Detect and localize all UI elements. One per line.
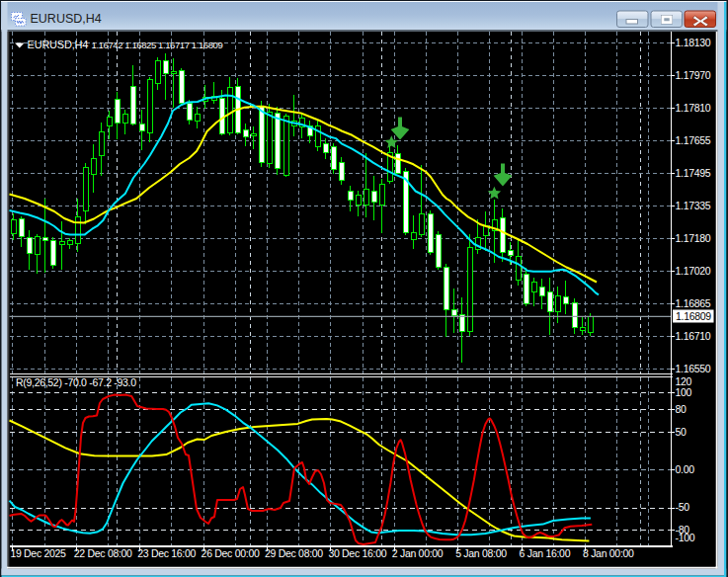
svg-text:100: 100 <box>676 386 692 398</box>
svg-text:19 Dec 2025: 19 Dec 2025 <box>10 547 66 559</box>
svg-text:80: 80 <box>676 403 688 415</box>
svg-text:1.17655: 1.17655 <box>676 134 711 146</box>
svg-text:EURUSD,H4: EURUSD,H4 <box>28 39 89 50</box>
svg-text:1.16742 1.16825 1.16717 1.1680: 1.16742 1.16825 1.16717 1.16809 <box>92 40 223 50</box>
svg-text:0.00: 0.00 <box>676 463 695 475</box>
svg-text:1.16710: 1.16710 <box>676 330 711 342</box>
svg-text:2 Jan 00:00: 2 Jan 00:00 <box>392 547 444 559</box>
svg-text:22 Dec 08:00: 22 Dec 08:00 <box>74 547 132 559</box>
svg-text:5 Jan 08:00: 5 Jan 08:00 <box>455 547 507 559</box>
svg-text:EURUSD,H4: EURUSD,H4 <box>31 12 102 26</box>
svg-text:1.17020: 1.17020 <box>676 265 711 277</box>
svg-text:-50: -50 <box>676 501 690 513</box>
svg-text:1.16865: 1.16865 <box>676 297 711 309</box>
svg-text:8 Jan 00:00: 8 Jan 00:00 <box>583 547 634 559</box>
svg-text:1.17970: 1.17970 <box>676 69 711 81</box>
svg-text:30 Dec 16:00: 30 Dec 16:00 <box>328 547 386 559</box>
svg-text:1.16550: 1.16550 <box>676 363 711 374</box>
svg-text:R(9,26,52) -70.0 -67.2 -93.0: R(9,26,52) -70.0 -67.2 -93.0 <box>16 376 136 388</box>
svg-text:1.17335: 1.17335 <box>676 200 711 211</box>
svg-text:1.17180: 1.17180 <box>676 232 711 244</box>
svg-text:50: 50 <box>676 426 688 438</box>
svg-text:1.17495: 1.17495 <box>676 167 711 179</box>
svg-text:26 Dec 00:00: 26 Dec 00:00 <box>202 547 260 559</box>
svg-text:23 Dec 16:00: 23 Dec 16:00 <box>137 547 196 559</box>
svg-text:1.17810: 1.17810 <box>676 102 711 114</box>
svg-text:1.18130: 1.18130 <box>676 37 711 48</box>
svg-text:29 Dec 08:00: 29 Dec 08:00 <box>265 547 323 559</box>
svg-text:6 Jan 16:00: 6 Jan 16:00 <box>520 547 571 559</box>
svg-text:-100: -100 <box>676 532 695 543</box>
svg-text:1.16809: 1.16809 <box>676 310 711 322</box>
